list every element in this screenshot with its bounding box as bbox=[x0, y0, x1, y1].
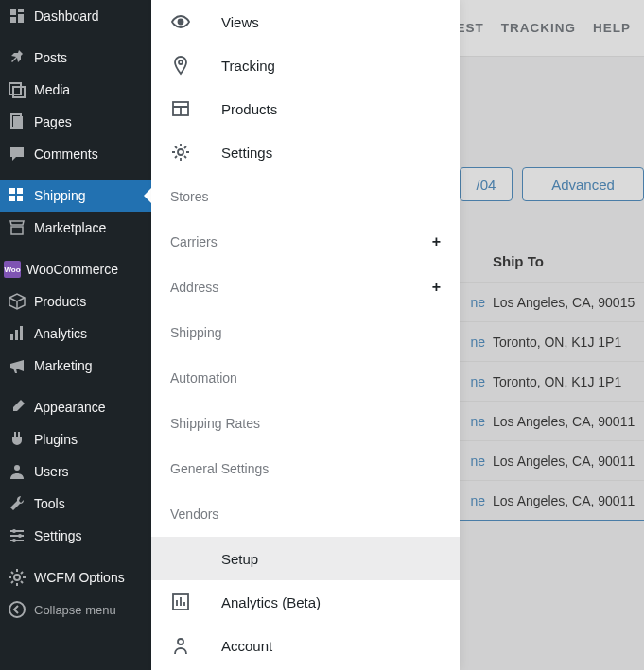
column-header-ship-to[interactable]: Ship To bbox=[460, 253, 544, 269]
sidebar-item-dashboard[interactable]: Dashboard bbox=[0, 0, 151, 32]
svg-rect-8 bbox=[10, 334, 13, 340]
sidebar-item-wcfm-options[interactable]: WCFM Options bbox=[0, 561, 151, 593]
svg-rect-7 bbox=[17, 196, 23, 201]
table-row[interactable]: neLos Angeles, CA, 90015 bbox=[460, 282, 644, 321]
submenu-section-shipping-rates[interactable]: Shipping Rates bbox=[151, 401, 460, 446]
sidebar-item-posts[interactable]: Posts bbox=[0, 42, 151, 74]
advanced-filter-button[interactable]: Advanced bbox=[522, 167, 644, 201]
sidebar-item-products[interactable]: Products bbox=[0, 285, 151, 318]
media-icon bbox=[8, 80, 26, 99]
submenu-section-label: Shipping Rates bbox=[170, 416, 260, 431]
gear-icon bbox=[170, 142, 191, 163]
svg-point-11 bbox=[14, 465, 20, 471]
svg-point-13 bbox=[18, 534, 22, 538]
cell-name-fragment[interactable]: ne bbox=[460, 335, 493, 350]
sidebar-item-woocommerce[interactable]: WooWooCommerce bbox=[0, 253, 151, 285]
dashboard-icon bbox=[8, 7, 26, 26]
wrench-icon bbox=[8, 494, 26, 513]
submenu-section-label: Carriers bbox=[170, 234, 218, 249]
store-icon bbox=[8, 218, 26, 237]
submenu-section-carriers[interactable]: Carriers+ bbox=[151, 219, 460, 265]
top-nav: FEST TRACKING HELP bbox=[460, 0, 644, 57]
table-row[interactable]: neLos Angeles, CA, 90011 bbox=[460, 440, 644, 480]
submenu-section-label: Address bbox=[170, 280, 218, 295]
date-filter[interactable]: /04 bbox=[460, 167, 513, 201]
collapse-menu-button[interactable]: Collapse menu bbox=[0, 593, 151, 626]
svg-point-16 bbox=[9, 602, 25, 617]
submenu-section-automation[interactable]: Automation bbox=[151, 355, 460, 401]
submenu-item-label: Analytics (Beta) bbox=[221, 594, 321, 610]
woo-icon: Woo bbox=[8, 260, 26, 279]
submenu-item-account[interactable]: Account bbox=[151, 624, 460, 667]
sidebar-item-label: Pages bbox=[34, 114, 72, 129]
submenu-item-settings[interactable]: Settings bbox=[151, 130, 460, 174]
bars-icon bbox=[8, 324, 26, 343]
sidebar-item-label: Comments bbox=[34, 146, 98, 162]
submenu-section-label: Automation bbox=[170, 370, 237, 386]
sidebar-item-label: Plugins bbox=[34, 432, 78, 447]
sidebar-item-appearance[interactable]: Appearance bbox=[0, 391, 151, 423]
table-row[interactable]: neToronto, ON, K1J 1P1 bbox=[460, 361, 644, 401]
top-nav-item[interactable]: TRACKING bbox=[501, 21, 576, 35]
svg-rect-3 bbox=[13, 116, 23, 129]
sidebar-item-users[interactable]: Users bbox=[0, 455, 151, 488]
box-icon bbox=[8, 292, 26, 311]
table-row[interactable]: neLos Angeles, CA, 90011 bbox=[460, 480, 644, 520]
svg-rect-4 bbox=[9, 188, 15, 194]
svg-point-12 bbox=[12, 529, 16, 533]
submenu-item-label: Settings bbox=[221, 145, 272, 161]
cell-ship-to: Los Angeles, CA, 90011 bbox=[493, 414, 635, 429]
submenu-section-general-settings[interactable]: General Settings bbox=[151, 446, 460, 491]
sidebar-item-comments[interactable]: Comments bbox=[0, 138, 151, 170]
submenu-item-views[interactable]: Views bbox=[151, 0, 460, 43]
sidebar-item-label: Tools bbox=[34, 496, 65, 511]
eye-icon bbox=[170, 11, 191, 32]
expand-icon[interactable]: + bbox=[432, 279, 441, 296]
sidebar-item-label: Shipping bbox=[34, 188, 86, 203]
submenu-item-products[interactable]: Products bbox=[151, 87, 460, 130]
sidebar-item-label: Users bbox=[34, 464, 69, 479]
svg-point-20 bbox=[178, 149, 183, 155]
person-icon bbox=[170, 635, 191, 656]
cell-name-fragment[interactable]: ne bbox=[460, 414, 493, 429]
wp-admin-sidebar: DashboardPostsMediaPagesCommentsShipping… bbox=[0, 0, 151, 670]
sidebar-item-marketplace[interactable]: Marketplace bbox=[0, 212, 151, 244]
sidebar-item-label: Appearance bbox=[34, 400, 106, 415]
sidebar-item-media[interactable]: Media bbox=[0, 74, 151, 106]
svg-point-17 bbox=[179, 20, 183, 25]
sidebar-item-analytics[interactable]: Analytics bbox=[0, 318, 151, 350]
cell-name-fragment[interactable]: ne bbox=[460, 374, 493, 389]
submenu-section-label: Stores bbox=[170, 189, 208, 204]
collapse-menu-label: Collapse menu bbox=[34, 603, 116, 617]
cell-name-fragment[interactable]: ne bbox=[460, 454, 493, 469]
collapse-icon bbox=[8, 600, 26, 619]
expand-icon[interactable]: + bbox=[432, 233, 441, 250]
sidebar-item-label: Marketing bbox=[34, 358, 92, 373]
sidebar-item-settings[interactable]: Settings bbox=[0, 520, 151, 552]
submenu-item-tracking[interactable]: Tracking bbox=[151, 43, 460, 87]
submenu-item-label: Tracking bbox=[221, 58, 275, 74]
submenu-section-shipping[interactable]: Shipping bbox=[151, 310, 460, 355]
sidebar-item-shipping[interactable]: Shipping bbox=[0, 180, 151, 212]
sidebar-item-label: Settings bbox=[34, 528, 82, 543]
table-row[interactable]: neLos Angeles, CA, 90011 bbox=[460, 401, 644, 440]
sidebar-item-marketing[interactable]: Marketing bbox=[0, 350, 151, 382]
svg-rect-1 bbox=[13, 87, 25, 97]
sidebar-item-label: Products bbox=[34, 294, 86, 309]
sidebar-item-tools[interactable]: Tools bbox=[0, 488, 151, 520]
cell-name-fragment[interactable]: ne bbox=[460, 493, 493, 508]
submenu-item-analytics-beta-[interactable]: Analytics (Beta) bbox=[151, 580, 460, 624]
sidebar-item-plugins[interactable]: Plugins bbox=[0, 423, 151, 455]
submenu-item-setup[interactable]: Setup bbox=[151, 537, 460, 580]
submenu-section-address[interactable]: Address+ bbox=[151, 265, 460, 310]
brush-icon bbox=[8, 398, 26, 417]
sidebar-item-pages[interactable]: Pages bbox=[0, 106, 151, 138]
chart-icon bbox=[170, 592, 191, 612]
submenu-section-vendors[interactable]: Vendors bbox=[151, 491, 460, 537]
top-nav-item[interactable]: HELP bbox=[593, 21, 631, 35]
sidebar-item-label: Marketplace bbox=[34, 220, 106, 235]
submenu-section-stores[interactable]: Stores bbox=[151, 174, 460, 219]
table-row[interactable]: neToronto, ON, K1J 1P1 bbox=[460, 321, 644, 361]
submenu-section-label: Shipping bbox=[170, 325, 222, 340]
cell-name-fragment[interactable]: ne bbox=[460, 295, 493, 310]
